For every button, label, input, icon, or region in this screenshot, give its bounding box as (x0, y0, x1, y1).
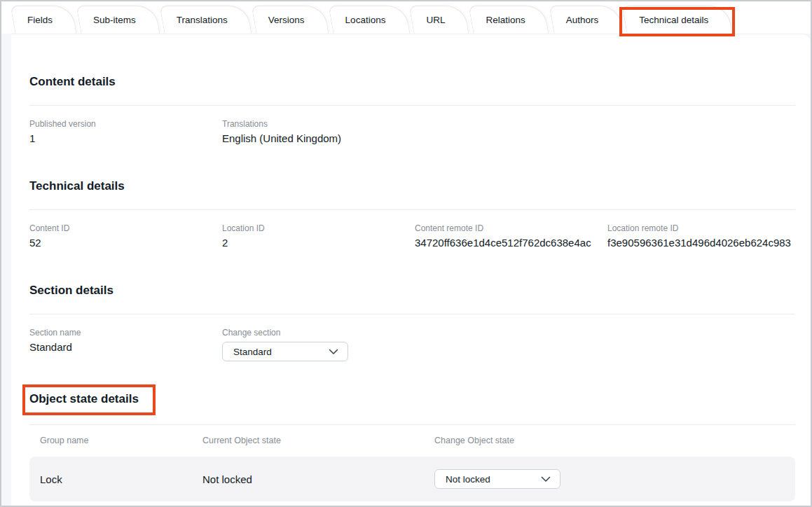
chevron-down-icon (329, 349, 338, 355)
tab-label: Technical details (639, 15, 708, 25)
tab-label: Authors (566, 15, 599, 25)
chevron-down-icon (541, 476, 551, 482)
change-object-state-select[interactable]: Not locked (434, 469, 560, 489)
tab-label: Sub-items (93, 15, 136, 25)
tab-authors[interactable]: Authors (551, 6, 621, 34)
content-tabbar: Fields Sub-items Translations Versions L… (13, 6, 811, 34)
field-value: 2 (222, 237, 415, 249)
table-header-row: Group name Current Object state Change O… (29, 425, 795, 457)
cell-group-name: Lock (40, 473, 202, 485)
tab-label: URL (426, 15, 445, 25)
field-location-remote-id: Location remote ID f3e90596361e31d496d40… (607, 223, 795, 249)
field-label: Section name (29, 328, 222, 338)
change-section-select[interactable]: Standard (222, 342, 348, 361)
tab-label: Relations (486, 15, 525, 25)
section-details-title: Section details (29, 284, 795, 298)
field-value: 34720ff636e1d4ce512f762dc638e4ac (415, 237, 607, 249)
field-label: Change section (222, 328, 415, 338)
field-label: Content remote ID (415, 223, 607, 233)
tab-relations[interactable]: Relations (471, 6, 546, 34)
tab-label: Locations (345, 15, 386, 25)
tab-technical-details[interactable]: Technical details (624, 6, 730, 34)
tab-url[interactable]: URL (411, 6, 467, 34)
divider (29, 209, 795, 210)
field-content-remote-id: Content remote ID 34720ff636e1d4ce512f76… (415, 223, 607, 249)
object-state-details-title: Object state details (29, 392, 139, 406)
column-header-current-object-state: Current Object state (202, 436, 434, 445)
column-header-change-object-state: Change Object state (434, 436, 795, 445)
tab-label: Translations (177, 15, 228, 25)
table-row: Lock Not locked Not locked (29, 457, 795, 501)
section-object-state-details: Object state details Group name Current … (29, 361, 795, 501)
selected-option-label: Not locked (446, 474, 490, 485)
field-label: Content ID (29, 223, 222, 233)
field-label: Translations (222, 119, 415, 129)
field-value: f3e90596361e31d496d4026eb624c983 (607, 237, 795, 249)
field-change-section: Change section Standard (222, 328, 415, 361)
annotation-highlight-object-state-heading: Object state details (22, 384, 156, 415)
section-content-details: Content details Published version 1 Tran… (29, 75, 795, 145)
left-gutter (1, 34, 11, 506)
field-content-id: Content ID 52 (29, 223, 222, 249)
technical-details-title: Technical details (29, 179, 795, 193)
tab-label: Fields (27, 15, 53, 25)
object-state-table: Group name Current Object state Change O… (29, 424, 795, 501)
tab-fields[interactable]: Fields (13, 6, 74, 34)
divider (29, 105, 795, 106)
field-location-id: Location ID 2 (222, 223, 415, 249)
field-section-name: Section name Standard (29, 328, 222, 361)
field-label: Location ID (222, 223, 415, 233)
divider (29, 314, 795, 314)
field-published-version: Published version 1 (29, 119, 222, 145)
tab-sub-items[interactable]: Sub-items (78, 6, 158, 34)
content-panel: Content details Published version 1 Tran… (11, 34, 811, 506)
tab-translations[interactable]: Translations (162, 6, 249, 34)
content-details-title: Content details (29, 75, 795, 89)
field-value: 52 (29, 237, 222, 249)
field-label: Location remote ID (607, 223, 795, 233)
tab-locations[interactable]: Locations (331, 6, 408, 34)
selected-option-label: Standard (233, 347, 272, 357)
field-value: English (United Kingdom) (222, 132, 415, 145)
field-translations: Translations English (United Kingdom) (222, 119, 415, 145)
technical-details-screen: Fields Sub-items Translations Versions L… (0, 0, 812, 507)
tab-label: Versions (268, 15, 305, 25)
field-value: Standard (29, 341, 222, 354)
field-value: 1 (29, 132, 222, 145)
section-technical-details: Technical details Content ID 52 Location… (29, 179, 795, 249)
column-header-group-name: Group name (40, 436, 202, 445)
field-label: Published version (29, 119, 222, 129)
cell-current-object-state: Not locked (202, 473, 434, 485)
tab-versions[interactable]: Versions (254, 6, 326, 34)
section-section-details: Section details Section name Standard Ch… (29, 284, 795, 361)
